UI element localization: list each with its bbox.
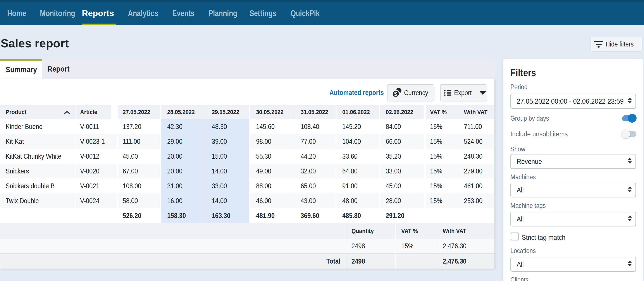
svg-text:$: $ bbox=[394, 91, 397, 97]
